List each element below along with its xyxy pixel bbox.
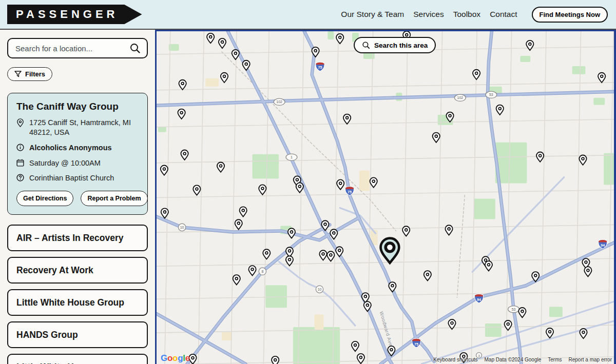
highway-shield: 53 — [508, 306, 519, 313]
meeting-card-actions: Get Directions Report a Problem — [16, 191, 139, 206]
meeting-list-item[interactable]: AIR – Artists In Recovery — [7, 225, 148, 251]
meeting-venue-row: Corinthian Baptist Church — [16, 173, 139, 183]
map-attribution: Keyboard shortcuts Map Data ©2024 Google… — [433, 357, 612, 362]
park-area — [593, 98, 605, 105]
google-logo-letter: o — [172, 353, 178, 363]
sidebar: Filters The Caniff Way Group 1725 Caniff… — [0, 30, 155, 364]
search-icon[interactable] — [129, 43, 141, 54]
svg-text:75: 75 — [348, 190, 352, 194]
meeting-schedule: Saturday @ 10:00AM — [29, 158, 101, 168]
landuse-area — [315, 314, 324, 330]
highway-shield: 8 — [259, 268, 266, 275]
location-search-box[interactable] — [7, 38, 148, 58]
google-logo-letter: g — [178, 353, 183, 363]
logo[interactable]: PASSENGER — [7, 5, 142, 24]
report-map-error-link[interactable]: Report a map error — [569, 357, 612, 362]
nav-services[interactable]: Services — [413, 10, 444, 19]
meeting-fellowship: Alcoholics Anonymous — [29, 143, 112, 153]
info-icon — [16, 144, 24, 151]
park-area — [572, 66, 586, 74]
search-this-area-button[interactable]: Search this area — [354, 37, 436, 53]
meeting-list: AIR – Artists In Recovery Recovery At Wo… — [7, 225, 148, 364]
landuse-area — [222, 332, 232, 340]
park-area — [265, 285, 287, 308]
landuse-area — [205, 78, 219, 87]
svg-text:10: 10 — [318, 288, 322, 291]
google-logo[interactable]: Google — [161, 353, 190, 363]
meeting-title: The Caniff Way Group — [16, 101, 139, 112]
svg-text:102: 102 — [276, 100, 282, 104]
google-logo-letter: e — [185, 353, 190, 363]
logo-text: PASSENGER — [16, 8, 119, 21]
svg-text:75: 75 — [414, 342, 418, 347]
park-area — [549, 307, 563, 317]
meeting-address-row: 1725 Caniff St, Hamtramck, MI 48212, USA — [16, 118, 139, 137]
meeting-venue: Corinthian Baptist Church — [29, 173, 114, 183]
nav-contact[interactable]: Contact — [490, 10, 517, 19]
highway-shield: 10 — [178, 224, 185, 231]
keyboard-shortcuts-link[interactable]: Keyboard shortcuts — [433, 357, 477, 362]
site-header: PASSENGER Our Story & Team Services Tool… — [0, 0, 616, 30]
map-container[interactable]: Woodward Ave757575949410210253531101083 … — [155, 30, 616, 364]
svg-text:53: 53 — [489, 93, 493, 96]
terms-link[interactable]: Terms — [548, 357, 562, 362]
svg-text:8: 8 — [261, 270, 263, 273]
park-area — [495, 143, 527, 184]
park-area — [253, 154, 279, 179]
content: Filters The Caniff Way Group 1725 Caniff… — [0, 30, 616, 364]
svg-text:102: 102 — [457, 96, 464, 99]
nav-toolbox[interactable]: Toolbox — [453, 10, 480, 19]
svg-text:10: 10 — [180, 226, 184, 229]
filters-button[interactable]: Filters — [7, 67, 52, 81]
meeting-list-item[interactable]: Recovery At Work — [7, 257, 148, 284]
highway-shield: 10 — [316, 286, 323, 293]
park-area — [604, 153, 614, 185]
map-canvas[interactable]: Woodward Ave757575949410210253531101083 — [157, 31, 614, 364]
highway-shield: 53 — [486, 91, 497, 98]
meeting-fellowship-row: Alcoholics Anonymous — [16, 143, 139, 153]
google-logo-letter: G — [161, 353, 167, 363]
filter-icon — [14, 71, 22, 77]
search-area-icon — [362, 41, 370, 49]
highway-shield: 102 — [454, 94, 466, 101]
search-input[interactable] — [14, 44, 129, 53]
highway-shield: 1 — [286, 154, 297, 160]
get-directions-button[interactable]: Get Directions — [16, 191, 73, 206]
meeting-list-item[interactable]: Little White House — [7, 354, 148, 364]
landuse-area — [359, 171, 370, 191]
nav-our-story-team[interactable]: Our Story & Team — [341, 10, 404, 19]
location-pin-icon — [16, 118, 24, 127]
map-pin[interactable] — [272, 356, 279, 364]
google-logo-letter: o — [167, 353, 172, 363]
search-this-area-label: Search this area — [374, 42, 428, 49]
svg-text:75: 75 — [318, 66, 322, 70]
main-nav: Our Story & Team Services Toolbox Contac… — [341, 7, 608, 23]
svg-text:1: 1 — [291, 155, 293, 159]
selected-meeting-card: The Caniff Way Group 1725 Caniff St, Ham… — [7, 93, 148, 215]
svg-text:53: 53 — [512, 308, 516, 311]
meeting-list-item[interactable]: Little White House Group — [7, 289, 148, 316]
highway-shield: 102 — [274, 98, 285, 105]
svg-text:94: 94 — [477, 298, 481, 302]
svg-text:94: 94 — [601, 244, 605, 248]
park-area — [158, 127, 166, 132]
park-area — [485, 323, 502, 337]
meeting-list-item[interactable]: HANDS Group — [7, 321, 148, 348]
park-area — [474, 198, 495, 219]
park-area — [520, 56, 530, 62]
page: PASSENGER Our Story & Team Services Tool… — [0, 0, 616, 364]
calendar-icon — [16, 159, 24, 167]
filters-label: Filters — [25, 70, 45, 78]
find-meetings-button[interactable]: Find Meetings Now — [532, 7, 608, 23]
park-area — [328, 31, 334, 39]
meeting-address: 1725 Caniff St, Hamtramck, MI 48212, USA — [29, 118, 139, 137]
question-icon — [16, 174, 24, 181]
report-problem-button[interactable]: Report a Problem — [81, 191, 147, 206]
meeting-schedule-row: Saturday @ 10:00AM — [16, 158, 139, 168]
map-data-copyright: Map Data ©2024 Google — [485, 357, 542, 362]
